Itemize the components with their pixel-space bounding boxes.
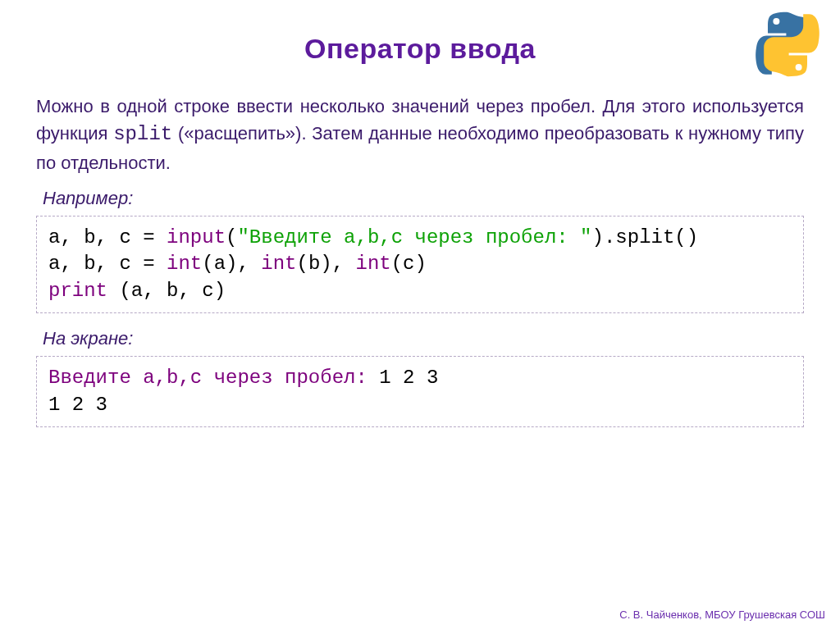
- code-string: "Введите a,b,c через пробел: ": [237, 226, 591, 248]
- svg-point-0: [773, 18, 779, 25]
- slide: Оператор ввода Можно в одной строке ввес…: [0, 0, 840, 629]
- example-label: Например:: [43, 188, 804, 209]
- code-text: (a, b, c): [107, 280, 226, 302]
- output-result: 1 2 3: [48, 394, 107, 416]
- code-block-1: a, b, c = input("Введите a,b,c через про…: [36, 216, 804, 313]
- code-keyword: int: [261, 253, 296, 275]
- code-text: a, b, c =: [48, 253, 167, 275]
- output-prompt: Введите a,b,c через пробел:: [48, 367, 379, 389]
- para-mono: split: [113, 123, 172, 145]
- slide-title: Оператор ввода: [36, 33, 804, 65]
- description-paragraph: Можно в одной строке ввести несколько зн…: [36, 93, 804, 176]
- output-input: 1 2 3: [379, 367, 438, 389]
- code-text: (: [226, 226, 237, 248]
- svg-point-1: [796, 64, 802, 71]
- code-block-2: Введите a,b,c через пробел: 1 2 3 1 2 3: [36, 356, 804, 427]
- code-keyword: int: [356, 253, 391, 275]
- python-logo-icon: [751, 8, 824, 80]
- screen-label: На экране:: [43, 328, 804, 349]
- code-keyword: print: [48, 280, 107, 302]
- code-text: (c): [391, 253, 427, 275]
- code-text: (b),: [296, 253, 355, 275]
- code-text: (a),: [202, 253, 261, 275]
- footer-credit: С. В. Чайченков, МБОУ Грушевская СОШ: [619, 608, 825, 621]
- code-text: ).split(): [592, 226, 699, 248]
- code-text: a, b, c =: [48, 226, 167, 248]
- code-keyword: input: [167, 226, 226, 248]
- code-keyword: int: [167, 253, 202, 275]
